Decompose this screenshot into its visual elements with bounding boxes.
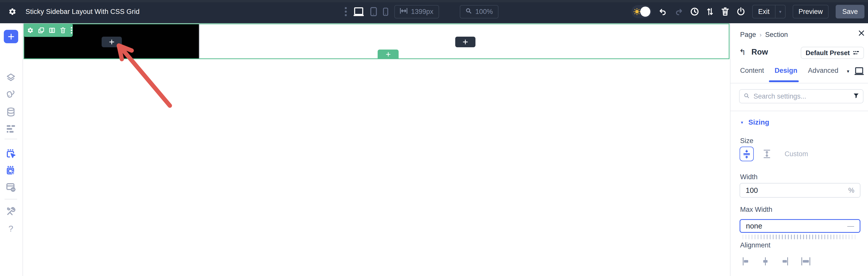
- preview-visibility-icon[interactable]: [5, 182, 17, 193]
- exit-label: Exit: [753, 8, 775, 16]
- redo-icon[interactable]: [674, 7, 683, 16]
- search-input[interactable]: [753, 92, 849, 100]
- ruler-tick: [788, 235, 789, 239]
- breadcrumb: Page › Section: [740, 31, 788, 39]
- trash-icon[interactable]: [721, 7, 730, 16]
- max-width-input[interactable]: [746, 222, 847, 230]
- size-full-height-option[interactable]: [760, 147, 774, 161]
- collapse-caret-icon: ▼: [740, 120, 744, 125]
- ruler-tick: [797, 235, 798, 239]
- ruler-tick: [800, 235, 801, 239]
- width-unit[interactable]: %: [848, 187, 854, 194]
- device-phone-icon[interactable]: [383, 7, 388, 16]
- preset-icon: [853, 51, 859, 55]
- ruler-tick: [767, 235, 768, 239]
- builder-window: Sticky Sidebar Layout With CSS Grid 1399…: [0, 0, 868, 276]
- align-center-option[interactable]: [762, 257, 769, 267]
- tab-bar: Content Design Advanced: [740, 67, 838, 76]
- ruler-tick: [855, 235, 856, 239]
- ruler-tick: [833, 235, 834, 239]
- close-panel-icon[interactable]: [858, 30, 865, 37]
- toggle-knob: [640, 7, 650, 17]
- sun-icon: [633, 8, 641, 17]
- magnifier-icon: [465, 7, 472, 16]
- zoom-level-field[interactable]: 100%: [460, 5, 498, 19]
- device-tablet-icon[interactable]: [370, 7, 377, 16]
- more-options-kebab-icon[interactable]: [70, 27, 72, 34]
- sizing-section-header[interactable]: ▼ Sizing: [740, 118, 769, 126]
- ruler-tick: [806, 235, 807, 239]
- canvas: [23, 23, 730, 276]
- select-element-icon[interactable]: [5, 148, 17, 159]
- design-library-icon[interactable]: [5, 88, 17, 100]
- preset-button[interactable]: Default Preset: [801, 47, 864, 59]
- import-export-icon[interactable]: [706, 7, 714, 16]
- ruler-tick: [803, 235, 804, 239]
- device-desktop-icon[interactable]: [353, 7, 364, 17]
- ruler-tick: [809, 235, 810, 239]
- columns-icon[interactable]: [49, 27, 55, 34]
- align-left-option[interactable]: [742, 257, 749, 267]
- align-right-option[interactable]: [781, 257, 788, 267]
- ruler-tick: [812, 235, 813, 239]
- ruler-tick: [824, 235, 825, 239]
- ruler-tick: [748, 235, 749, 239]
- breadcrumb-page[interactable]: Page: [740, 31, 756, 39]
- history-clock-icon[interactable]: [690, 7, 699, 16]
- align-stretch-option[interactable]: [801, 257, 811, 267]
- element-settings-gear-icon[interactable]: [27, 27, 34, 34]
- add-element-button[interactable]: [4, 30, 18, 43]
- breadcrumb-section[interactable]: Section: [765, 31, 788, 39]
- width-input[interactable]: [746, 186, 848, 195]
- duplicate-icon[interactable]: [38, 27, 44, 34]
- settings-gear-icon[interactable]: [8, 7, 17, 16]
- unit-ruler: [742, 235, 856, 239]
- preview-button[interactable]: Preview: [793, 5, 829, 19]
- add-element-in-column-button[interactable]: [102, 37, 122, 47]
- max-width-unit[interactable]: —: [847, 222, 854, 230]
- ruler-tick: [757, 235, 758, 239]
- tab-advanced[interactable]: Advanced: [808, 67, 838, 76]
- max-width-input-wrap: —: [740, 219, 860, 233]
- ruler-tick: [751, 235, 752, 239]
- sidebar-divider: [5, 139, 17, 139]
- add-row-below-button[interactable]: [378, 50, 399, 59]
- select-container-icon[interactable]: [5, 165, 17, 176]
- breakpoint-desktop-icon[interactable]: [854, 67, 864, 76]
- theme-toggle[interactable]: [631, 5, 652, 18]
- ruler-tick: [745, 235, 746, 239]
- ruler-tick: [770, 235, 771, 239]
- database-icon[interactable]: [5, 106, 17, 118]
- power-icon[interactable]: [737, 7, 745, 16]
- kebab-menu-icon[interactable]: [344, 6, 347, 17]
- selected-element-title: Row: [751, 48, 768, 57]
- tab-design[interactable]: Design: [775, 67, 798, 76]
- back-to-parent-icon[interactable]: ↰: [739, 48, 746, 56]
- help-icon[interactable]: ?: [5, 223, 17, 234]
- exit-dropdown-caret[interactable]: ▼: [775, 5, 785, 18]
- breakpoint-dropdown-caret[interactable]: ▼: [846, 69, 850, 74]
- tab-content[interactable]: Content: [740, 67, 764, 76]
- delete-icon[interactable]: [60, 27, 66, 34]
- sidebar-divider: [5, 199, 17, 200]
- size-fit-option[interactable]: [740, 147, 754, 161]
- layers-icon[interactable]: [5, 72, 17, 83]
- exit-button[interactable]: Exit ▼: [752, 5, 785, 19]
- ruler-tick: [845, 235, 846, 239]
- panel-divider: [731, 83, 868, 84]
- undo-icon[interactable]: [659, 7, 667, 16]
- chevron-right-icon: ›: [760, 31, 762, 38]
- viewport-width-field[interactable]: 1399px: [394, 5, 439, 19]
- tools-icon[interactable]: [5, 206, 17, 217]
- selected-row[interactable]: [24, 24, 730, 59]
- structure-icon[interactable]: [5, 123, 17, 134]
- ruler-tick: [827, 235, 828, 239]
- ruler-tick: [821, 235, 822, 239]
- ruler-tick: [818, 235, 819, 239]
- ruler-tick: [742, 235, 743, 239]
- filter-funnel-icon[interactable]: [853, 93, 859, 100]
- top-toolbar: Sticky Sidebar Layout With CSS Grid 1399…: [0, 0, 868, 23]
- add-element-in-column-button[interactable]: [455, 37, 475, 47]
- save-button[interactable]: Save: [836, 5, 864, 19]
- size-custom-label[interactable]: Custom: [784, 150, 808, 158]
